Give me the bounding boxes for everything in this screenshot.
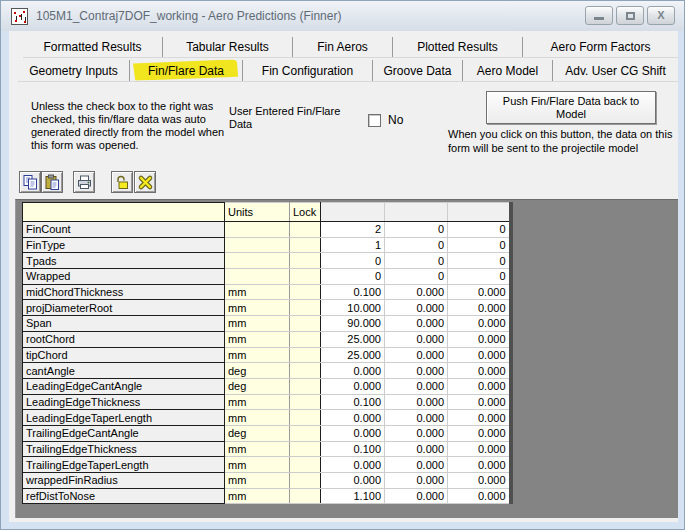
- lock-cell[interactable]: [290, 457, 321, 473]
- value-cell[interactable]: 0.000: [448, 488, 511, 504]
- user-entered-checkbox[interactable]: [368, 114, 381, 127]
- tab-groove-data[interactable]: Groove Data: [373, 60, 463, 81]
- units-cell[interactable]: mm: [225, 488, 290, 504]
- value-cell[interactable]: 90.000: [321, 316, 385, 332]
- value-cell[interactable]: 0: [321, 253, 385, 269]
- units-cell[interactable]: [225, 253, 290, 269]
- lock-cell[interactable]: [290, 237, 321, 253]
- tab-tabular-results[interactable]: Tabular Results: [163, 37, 293, 57]
- print-button[interactable]: [73, 171, 95, 193]
- value-cell[interactable]: 0: [448, 237, 511, 253]
- tab-fin-configuration[interactable]: Fin Configuration: [243, 60, 373, 81]
- lock-cell[interactable]: [290, 441, 321, 457]
- units-cell[interactable]: mm: [225, 300, 290, 316]
- value-cell[interactable]: 25.000: [321, 347, 385, 363]
- push-data-back-button[interactable]: Push Fin/Flare Data back to Model: [486, 91, 656, 124]
- value-cell[interactable]: 0.000: [385, 284, 448, 300]
- tab-geometry-inputs[interactable]: Geometry Inputs: [18, 60, 130, 81]
- lock-cell[interactable]: [290, 347, 321, 363]
- units-cell[interactable]: mm: [225, 473, 290, 489]
- value-cell[interactable]: 0.000: [448, 347, 511, 363]
- value-cell[interactable]: 0.100: [321, 284, 385, 300]
- value-cell[interactable]: 0.000: [448, 378, 511, 394]
- value-cell[interactable]: 1: [321, 237, 385, 253]
- units-cell[interactable]: mm: [225, 284, 290, 300]
- value-cell[interactable]: 0.000: [448, 473, 511, 489]
- units-cell[interactable]: [225, 237, 290, 253]
- value-cell[interactable]: 0.000: [321, 378, 385, 394]
- paste-button[interactable]: [41, 171, 63, 193]
- units-cell[interactable]: mm: [225, 316, 290, 332]
- value-cell[interactable]: 0.000: [385, 425, 448, 441]
- lock-cell[interactable]: [290, 488, 321, 504]
- value-cell[interactable]: 0.000: [448, 441, 511, 457]
- units-cell[interactable]: mm: [225, 347, 290, 363]
- units-cell[interactable]: [225, 269, 290, 285]
- lock-cell[interactable]: [290, 284, 321, 300]
- maximize-button[interactable]: [616, 6, 644, 25]
- value-cell[interactable]: 0.000: [321, 473, 385, 489]
- lock-cell[interactable]: [290, 300, 321, 316]
- value-cell[interactable]: 0.000: [448, 284, 511, 300]
- value-cell[interactable]: 10.000: [321, 300, 385, 316]
- lock-cell[interactable]: [290, 269, 321, 285]
- units-cell[interactable]: [225, 222, 290, 238]
- value-cell[interactable]: 0: [321, 269, 385, 285]
- value-cell[interactable]: 0.000: [448, 394, 511, 410]
- tab-aero-model[interactable]: Aero Model: [463, 60, 553, 81]
- value-cell[interactable]: 0.000: [385, 363, 448, 379]
- lock-cell[interactable]: [290, 316, 321, 332]
- lock-cell[interactable]: [290, 253, 321, 269]
- units-cell[interactable]: mm: [225, 457, 290, 473]
- value-cell[interactable]: 0.000: [385, 378, 448, 394]
- value-cell[interactable]: 0: [448, 269, 511, 285]
- value-cell[interactable]: 0: [385, 269, 448, 285]
- tab-fin-flare-data[interactable]: Fin/Flare Data: [130, 60, 243, 81]
- value-cell[interactable]: 0.000: [385, 441, 448, 457]
- value-cell[interactable]: 0: [385, 237, 448, 253]
- lock-cell[interactable]: [290, 473, 321, 489]
- lock-cell[interactable]: [290, 222, 321, 238]
- value-cell[interactable]: 0.000: [385, 394, 448, 410]
- value-cell[interactable]: 25.000: [321, 331, 385, 347]
- value-cell[interactable]: 0.000: [448, 410, 511, 426]
- value-cell[interactable]: 1.100: [321, 488, 385, 504]
- lock-cell[interactable]: [290, 363, 321, 379]
- value-cell[interactable]: 0.000: [448, 425, 511, 441]
- copy-button[interactable]: [19, 171, 41, 193]
- value-cell[interactable]: 0.100: [321, 441, 385, 457]
- value-cell[interactable]: 0.000: [385, 347, 448, 363]
- units-cell[interactable]: mm: [225, 331, 290, 347]
- lock-cell[interactable]: [290, 378, 321, 394]
- units-cell[interactable]: deg: [225, 378, 290, 394]
- units-cell[interactable]: deg: [225, 363, 290, 379]
- value-cell[interactable]: 0.000: [385, 300, 448, 316]
- value-cell[interactable]: 0.000: [321, 425, 385, 441]
- value-cell[interactable]: 0: [448, 253, 511, 269]
- value-cell[interactable]: 0: [448, 222, 511, 238]
- tab-fin-aeros[interactable]: Fin Aeros: [293, 37, 393, 57]
- value-cell[interactable]: 0: [385, 222, 448, 238]
- value-cell[interactable]: 0.000: [448, 363, 511, 379]
- value-cell[interactable]: 0.000: [385, 410, 448, 426]
- tab-formatted-results[interactable]: Formatted Results: [23, 37, 163, 57]
- value-cell[interactable]: 0.000: [385, 488, 448, 504]
- value-cell[interactable]: 0.000: [448, 300, 511, 316]
- tab-plotted-results[interactable]: Plotted Results: [393, 37, 523, 57]
- units-cell[interactable]: deg: [225, 425, 290, 441]
- units-cell[interactable]: mm: [225, 394, 290, 410]
- value-cell[interactable]: 0.000: [448, 316, 511, 332]
- export-x-button[interactable]: [134, 171, 156, 193]
- value-cell[interactable]: 0.000: [385, 331, 448, 347]
- close-button[interactable]: X: [647, 6, 675, 25]
- unlock-button[interactable]: [111, 171, 133, 193]
- units-cell[interactable]: mm: [225, 441, 290, 457]
- value-cell[interactable]: 0.000: [385, 316, 448, 332]
- tab-adv-user-cg-shift[interactable]: Adv. User CG Shift: [553, 60, 678, 81]
- value-cell[interactable]: 0.000: [321, 363, 385, 379]
- value-cell[interactable]: 2: [321, 222, 385, 238]
- value-cell[interactable]: 0.000: [448, 331, 511, 347]
- minimize-button[interactable]: [585, 6, 613, 25]
- value-cell[interactable]: 0.100: [321, 394, 385, 410]
- lock-cell[interactable]: [290, 425, 321, 441]
